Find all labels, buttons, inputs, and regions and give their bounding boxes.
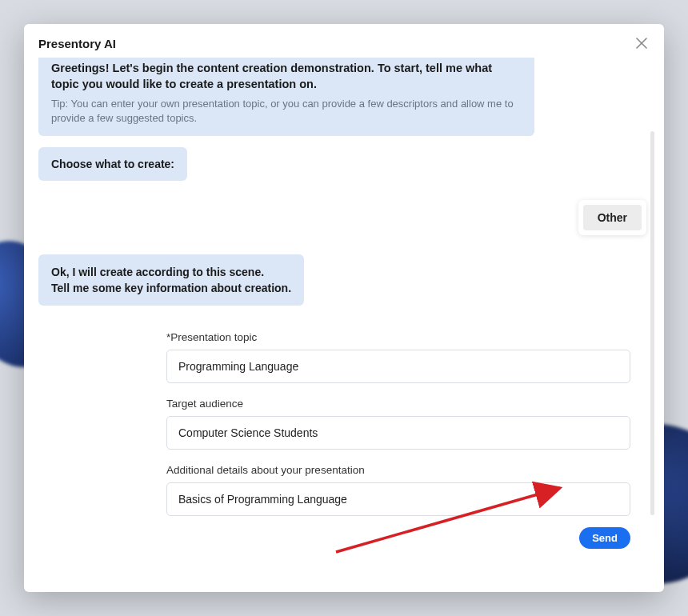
user-choice-card: Other	[578, 200, 646, 235]
modal-title: Presentory AI	[38, 37, 116, 50]
details-input[interactable]	[166, 482, 630, 516]
chat-area: Greetings! Let's begin the content creat…	[38, 58, 650, 571]
close-button[interactable]	[634, 35, 650, 51]
greeting-tip: Tip: You can enter your own presentation…	[51, 97, 522, 126]
assistant-bubble-choose: Choose what to create:	[38, 147, 187, 181]
greeting-headline: Greetings! Let's begin the content creat…	[51, 61, 522, 92]
scrollbar[interactable]	[650, 131, 654, 515]
user-choice-chip[interactable]: Other	[583, 205, 642, 230]
user-response-row: Other	[38, 200, 650, 235]
choose-label: Choose what to create:	[51, 158, 174, 170]
audience-label: Target audience	[166, 398, 630, 410]
assistant-bubble-greeting: Greetings! Let's begin the content creat…	[38, 58, 534, 136]
topic-label: *Presentation topic	[166, 331, 630, 343]
close-icon	[636, 38, 647, 49]
confirm-line-1: Ok, I will create according to this scen…	[51, 264, 291, 280]
modal-dialog: Presentory AI Greetings! Let's begin the…	[24, 24, 664, 592]
modal-body: Greetings! Let's begin the content creat…	[24, 58, 664, 592]
send-button[interactable]: Send	[579, 527, 630, 549]
creation-form: *Presentation topic Target audience Addi…	[150, 317, 646, 562]
audience-input[interactable]	[166, 416, 630, 450]
confirm-line-2: Tell me some key information about creat…	[51, 280, 291, 296]
details-label: Additional details about your presentati…	[166, 464, 630, 476]
topic-input[interactable]	[166, 350, 630, 383]
modal-header: Presentory AI	[24, 24, 664, 58]
assistant-bubble-confirm: Ok, I will create according to this scen…	[38, 254, 304, 306]
send-row: Send	[166, 527, 630, 549]
